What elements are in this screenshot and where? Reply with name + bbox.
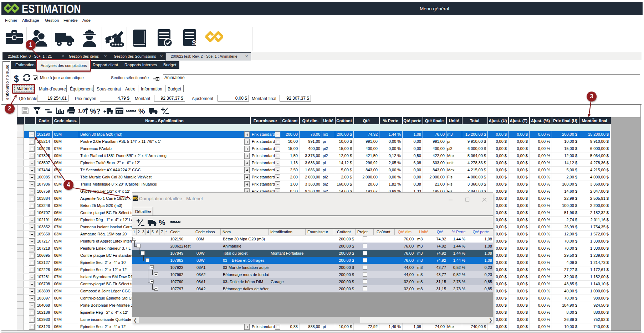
- svg-text:%?: %?: [90, 107, 100, 115]
- svg-text:1.0: 1.0: [78, 108, 85, 114]
- svg-text:%: %: [138, 107, 145, 115]
- svg-text:%: %: [159, 218, 165, 227]
- svg-text:$: $: [192, 39, 196, 47]
